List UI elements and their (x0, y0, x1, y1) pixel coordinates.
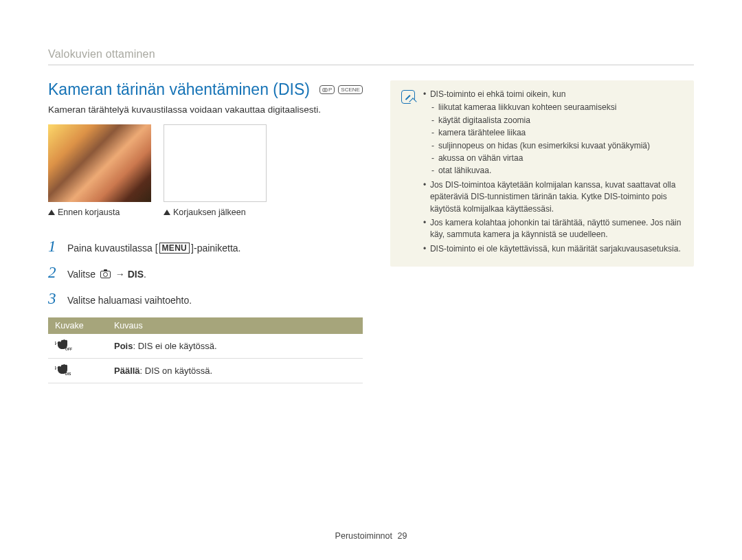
table-row: DIS Päällä: DIS on käytössä. (48, 359, 363, 383)
photo-after (164, 124, 267, 202)
step-1: 1 Paina kuvaustilassa [MENU]-painiketta. (48, 238, 363, 256)
menu-button-icon: MENU (159, 243, 190, 254)
steps-list: 1 Paina kuvaustilassa [MENU]-painiketta.… (48, 238, 363, 308)
table-row: OFF Pois: DIS ei ole käytössä. (48, 334, 363, 359)
dis-on-icon: DIS (55, 363, 73, 376)
caption-before: Ennen korjausta (48, 208, 151, 217)
note-subitem: liikutat kameraa liikkuvan kohteen seura… (430, 102, 683, 113)
note-box: DIS-toiminto ei ehkä toimi oikein, kun l… (390, 80, 694, 267)
svg-rect-0 (323, 88, 327, 91)
breadcrumb: Valokuvien ottaminen (48, 48, 694, 60)
step-number: 1 (48, 238, 58, 256)
page-footer: Perustoiminnot 29 (0, 531, 742, 541)
camera-icon (100, 271, 111, 278)
mode-scene-icon: SCENE (338, 85, 363, 94)
triangle-up-icon (164, 210, 170, 215)
note-item: Jos DIS-toimintoa käytetään kolmijalan k… (423, 179, 683, 215)
intro-text: Kameran tärähtelyä kuvaustilassa voidaan… (48, 104, 363, 115)
note-item: Jos kamera kolahtaa johonkin tai tärähtä… (423, 217, 683, 241)
note-item: DIS-toiminto ei ole käytettävissä, kun m… (423, 243, 683, 255)
note-subitem: akussa on vähän virtaa (430, 153, 683, 164)
note-subitem: suljinnopeus on hidas (kun esimerkiksi k… (430, 140, 683, 152)
note-item: DIS-toiminto ei ehkä toimi oikein, kun l… (423, 89, 683, 177)
svg-text:OFF: OFF (65, 347, 72, 351)
note-icon (401, 90, 415, 104)
note-subitem: kamera tärähtelee liikaa (430, 127, 683, 139)
step-2: 2 Valitse → DIS. (48, 264, 363, 282)
svg-point-1 (324, 89, 326, 90)
photo-before (48, 124, 151, 202)
note-subitem: otat lähikuvaa. (430, 165, 683, 177)
triangle-up-icon (48, 210, 55, 215)
table-header-icon: Kuvake (48, 317, 107, 334)
step-number: 3 (48, 290, 58, 308)
page-title: Kameran tärinän vähentäminen (DIS) P SCE… (48, 80, 363, 99)
mode-program-icon: P (319, 85, 335, 94)
note-subitem: käytät digitaalista zoomia (430, 115, 683, 126)
caption-after: Korjauksen jälkeen (164, 208, 267, 217)
dis-off-icon: OFF (55, 339, 73, 351)
title-text: Kameran tärinän vähentäminen (DIS) (48, 80, 310, 99)
svg-text:DIS: DIS (65, 372, 71, 376)
step-number: 2 (48, 264, 58, 282)
divider (48, 65, 694, 65)
options-table: Kuvake Kuvaus OFF Pois: DIS ei ole käytö… (48, 317, 363, 383)
note-content: DIS-toiminto ei ehkä toimi oikein, kun l… (423, 89, 683, 257)
table-header-desc: Kuvaus (107, 317, 363, 334)
step-3: 3 Valitse haluamasi vaihtoehto. (48, 290, 363, 308)
